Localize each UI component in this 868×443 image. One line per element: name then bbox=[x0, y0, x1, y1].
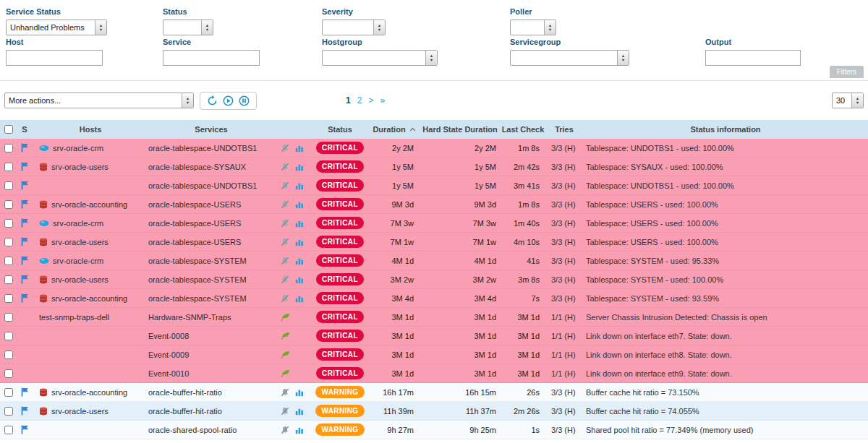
performance-graph-icon[interactable] bbox=[295, 426, 304, 434]
col-header-status[interactable]: Status bbox=[312, 120, 367, 139]
row-checkbox[interactable] bbox=[4, 407, 13, 416]
service-link[interactable]: Event-0010 bbox=[148, 369, 189, 378]
row-checkbox[interactable] bbox=[4, 426, 13, 434]
row-checkbox[interactable] bbox=[4, 332, 13, 340]
servicegroup-select[interactable] bbox=[510, 50, 629, 66]
service-link[interactable]: Event-0008 bbox=[148, 332, 189, 340]
host-input[interactable] bbox=[6, 50, 103, 66]
service-status-select[interactable]: Unhandled Problems bbox=[6, 20, 107, 35]
severity-select[interactable] bbox=[322, 20, 386, 35]
col-header-status-information[interactable]: Status information bbox=[583, 120, 868, 139]
host-link[interactable]: srv-oracle-users bbox=[51, 275, 109, 284]
service-link[interactable]: Hardware-SNMP-Traps bbox=[148, 313, 231, 322]
host-link[interactable]: srv-oracle-accounting bbox=[51, 200, 127, 209]
col-header-services[interactable]: Services bbox=[148, 120, 275, 139]
col-header-last-check[interactable]: Last Check bbox=[501, 120, 545, 139]
hard-state-duration-cell: 1y 5M bbox=[420, 176, 501, 194]
service-link[interactable]: Event-0009 bbox=[148, 350, 189, 359]
host-icon-database bbox=[39, 275, 48, 284]
col-header-duration[interactable]: Duration bbox=[367, 120, 420, 139]
row-checkbox[interactable] bbox=[4, 238, 13, 246]
performance-graph-icon[interactable] bbox=[295, 238, 304, 246]
performance-graph-icon[interactable] bbox=[295, 163, 304, 171]
service-input[interactable] bbox=[163, 50, 260, 66]
row-checkbox[interactable] bbox=[4, 275, 13, 284]
pagination: 1 2 > » bbox=[346, 95, 385, 106]
play-button[interactable] bbox=[223, 95, 234, 106]
row-checkbox[interactable] bbox=[4, 219, 13, 228]
service-link[interactable]: oracle-tablespace-USERS bbox=[148, 219, 241, 228]
service-link[interactable]: oracle-tablespace-SYSTEM bbox=[148, 275, 247, 284]
row-checkbox[interactable] bbox=[4, 388, 13, 397]
row-checkbox[interactable] bbox=[4, 200, 13, 209]
output-input[interactable] bbox=[705, 50, 801, 66]
service-link[interactable]: oracle-tablespace-USERS bbox=[148, 238, 241, 246]
duration-cell: 7M 1w bbox=[367, 233, 420, 251]
filter-panel: Service Status Unhandled Problems Status… bbox=[0, 0, 868, 81]
service-link[interactable]: oracle-buffer-hit-ratio bbox=[148, 407, 222, 416]
row-checkbox[interactable] bbox=[4, 294, 13, 303]
row-checkbox[interactable] bbox=[4, 350, 13, 359]
page-next-link[interactable]: > bbox=[368, 95, 373, 106]
table-header: S Hosts Services Status Duration Hard St… bbox=[0, 120, 868, 139]
status-select[interactable] bbox=[163, 20, 213, 35]
severity-label: Severity bbox=[322, 7, 386, 16]
host-link[interactable]: srv-oracle-crm bbox=[53, 219, 103, 228]
performance-graph-icon[interactable] bbox=[295, 219, 304, 228]
host-link[interactable]: srv-oracle-accounting bbox=[51, 388, 127, 397]
service-link[interactable]: oracle-tablespace-UNDOTBS1 bbox=[148, 181, 257, 190]
row-checkbox[interactable] bbox=[4, 257, 13, 265]
row-checkbox[interactable] bbox=[4, 163, 13, 171]
duration-cell: 4M 1d bbox=[367, 251, 420, 270]
service-link[interactable]: oracle-tablespace-USERS bbox=[148, 200, 241, 209]
performance-graph-icon[interactable] bbox=[295, 407, 304, 416]
notifications-muted-icon bbox=[281, 219, 289, 228]
row-checkbox[interactable] bbox=[4, 144, 13, 152]
hard-state-duration-cell: 7M 3w bbox=[420, 214, 501, 232]
hard-state-duration-cell: 11h 37m bbox=[420, 402, 501, 420]
host-link[interactable]: srv-oracle-accounting bbox=[51, 294, 127, 303]
hostgroup-select[interactable] bbox=[322, 50, 438, 66]
service-link[interactable]: oracle-tablespace-SYSAUX bbox=[148, 163, 246, 171]
performance-graph-icon[interactable] bbox=[295, 144, 304, 152]
host-link[interactable]: test-snmp-traps-dell bbox=[39, 313, 109, 322]
more-actions-select[interactable]: More actions... bbox=[4, 93, 194, 108]
host-link[interactable]: srv-oracle-crm bbox=[53, 257, 103, 265]
performance-graph-icon[interactable] bbox=[295, 388, 304, 397]
row-checkbox[interactable] bbox=[4, 181, 13, 190]
service-link[interactable]: oracle-shared-spool-ratio bbox=[148, 426, 237, 434]
row-checkbox[interactable] bbox=[4, 369, 13, 378]
filters-button[interactable]: Filters bbox=[830, 66, 864, 78]
last-check-cell: 3M 1d bbox=[501, 327, 545, 345]
poller-select[interactable] bbox=[510, 20, 556, 35]
duration-cell: 1y 5M bbox=[367, 158, 420, 176]
col-header-tries[interactable]: Tries bbox=[545, 120, 583, 139]
host-link[interactable]: srv-oracle-crm bbox=[53, 144, 103, 152]
page-last-link[interactable]: » bbox=[380, 95, 385, 106]
performance-graph-icon[interactable] bbox=[295, 181, 304, 190]
status-badge: CRITICAL bbox=[316, 198, 364, 210]
col-header-hard-state-duration[interactable]: Hard State Duration bbox=[420, 120, 501, 139]
performance-graph-icon[interactable] bbox=[295, 275, 304, 284]
page-size-select[interactable]: 30 bbox=[832, 93, 864, 108]
performance-graph-icon[interactable] bbox=[295, 294, 304, 303]
service-link[interactable]: oracle-tablespace-SYSTEM bbox=[148, 294, 247, 303]
col-header-s[interactable]: S bbox=[16, 120, 33, 139]
host-link[interactable]: srv-oracle-users bbox=[51, 163, 109, 171]
performance-graph-icon[interactable] bbox=[295, 257, 304, 265]
page-current[interactable]: 1 bbox=[346, 95, 351, 106]
host-link[interactable]: srv-oracle-users bbox=[51, 238, 109, 246]
filter-host: Host bbox=[6, 38, 103, 66]
service-link[interactable]: oracle-tablespace-SYSTEM bbox=[148, 257, 247, 265]
col-header-hosts[interactable]: Hosts bbox=[33, 120, 148, 139]
page-2-link[interactable]: 2 bbox=[357, 95, 362, 106]
performance-graph-icon[interactable] bbox=[295, 200, 304, 209]
service-link[interactable]: oracle-tablespace-UNDOTBS1 bbox=[148, 144, 257, 152]
unhandled-flag-icon bbox=[21, 425, 29, 434]
select-all-checkbox[interactable] bbox=[4, 125, 13, 134]
pause-button[interactable] bbox=[239, 95, 250, 106]
row-checkbox[interactable] bbox=[4, 313, 13, 322]
refresh-button[interactable] bbox=[207, 95, 218, 106]
service-link[interactable]: oracle-buffer-hit-ratio bbox=[148, 388, 222, 397]
host-link[interactable]: srv-oracle-users bbox=[51, 407, 109, 416]
